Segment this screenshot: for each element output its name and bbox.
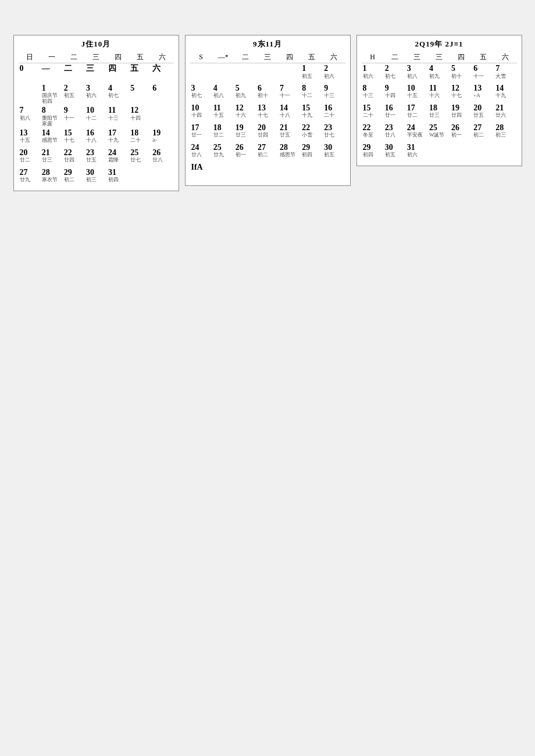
day-cell-0-0: 0 xyxy=(19,63,41,83)
calendar-dec: 2Q19年 2J≡1H二三三四五六1初六2初七3初八4初九5初十6十一7大雪8十… xyxy=(356,35,522,166)
day-lunar: 廿二 xyxy=(20,157,40,163)
day-cell-2-4: 19廿四 xyxy=(450,103,472,123)
day-number: 4 xyxy=(213,84,233,94)
day-number: 17 xyxy=(191,123,211,133)
day-cell-4-5: 29初四 xyxy=(301,142,323,162)
day-cell-0-1 xyxy=(212,63,234,83)
day-cell-1-0: 8十三 xyxy=(362,83,384,103)
day-lunar: 二十 xyxy=(324,113,344,119)
day-cell-3-5: 27初二 xyxy=(472,123,494,142)
day-cell-3-4: 21廿五 xyxy=(279,123,301,142)
calendar-dec-grid: H二三三四五六1初六2初七3初八4初九5初十6十一7大雪8十三9十四10十五11… xyxy=(362,52,517,162)
day-number: 2 xyxy=(64,84,84,94)
day-lunar: 十一 xyxy=(280,93,299,99)
day-lunar: 霜降 xyxy=(108,157,128,163)
day-lunar: 廿五 xyxy=(280,132,299,138)
day-lunar: 初四 xyxy=(363,152,383,158)
day-lunar: 十四 xyxy=(191,113,211,119)
calendar-nov-grid: S—*二三四五六1初五2初六3初七4初八5初九6初十7十一8十二9十三10十四1… xyxy=(190,52,345,182)
day-cell-2-1: 11十五 xyxy=(212,103,234,123)
day-cell-3-3: 20廿四 xyxy=(256,123,279,142)
weekday-header-5: 五 xyxy=(129,52,151,63)
day-number: 13 xyxy=(258,103,277,113)
day-lunar: 廿三 xyxy=(429,113,449,119)
day-lunar: 初五 xyxy=(64,93,84,99)
day-number: 9 xyxy=(324,84,344,94)
day-number: 12 xyxy=(130,106,150,116)
day-number: 22 xyxy=(64,148,84,158)
day-cell-4-2: 31初六 xyxy=(406,142,428,162)
day-cell-1-2: 5初九 xyxy=(234,83,256,103)
day-cell-0-0: 1初六 xyxy=(362,63,384,83)
day-cell-0-5: 1初五 xyxy=(301,63,323,83)
day-lunar: 寒衣节 xyxy=(42,177,62,183)
day-cell-4-0: 20廿二 xyxy=(19,148,41,167)
day-cell-3-5: 18二十 xyxy=(129,128,151,148)
day-lunar: 廿二 xyxy=(407,113,427,119)
day-cell-1-0: 3初七 xyxy=(190,83,212,103)
day-lunar: 平安夜 xyxy=(407,132,427,138)
day-lunar: 冬至 xyxy=(363,132,383,138)
day-cell-0-2: 二 xyxy=(63,63,85,83)
day-number: 31 xyxy=(407,143,427,153)
day-number: 6 xyxy=(152,84,172,94)
day-number: 3 xyxy=(191,84,211,94)
calendar-oct-grid: 日一二三四五六0—二三四五六1国庆节 初四2初五3初六4初七567初八8重阳节 … xyxy=(19,52,174,187)
weekday-header-5: 五 xyxy=(301,52,323,63)
day-lunar: it- xyxy=(152,138,172,144)
day-number: 21 xyxy=(495,103,515,113)
day-number: 27 xyxy=(258,143,277,153)
day-number: 23 xyxy=(324,123,344,133)
day-number: 24 xyxy=(407,123,427,133)
day-cell-4-6 xyxy=(494,142,516,162)
day-lunar: 初六 xyxy=(407,152,427,158)
day-lunar: 十一 xyxy=(64,116,84,121)
day-number: 20 xyxy=(20,148,40,158)
day-cell-0-6: 六 xyxy=(151,63,173,83)
day-number: 9 xyxy=(385,84,405,94)
day-lunar: 感恩节 xyxy=(42,138,62,144)
day-lunar: 廿四 xyxy=(258,132,277,138)
day-number: 11 xyxy=(213,103,233,113)
day-cell-0-1: — xyxy=(41,63,63,83)
day-cell-3-3: 25W誕节 xyxy=(428,123,450,142)
calendars-container: J住10月日一二三四五六0—二三四五六1国庆节 初四2初五3初六4初七567初八… xyxy=(13,35,522,191)
day-number: 28 xyxy=(42,168,62,178)
weekday-header-6: 六 xyxy=(151,52,173,63)
day-number: 25 xyxy=(429,123,449,133)
day-lunar: 十二 xyxy=(86,116,106,121)
day-number: 14 xyxy=(42,128,62,138)
day-number: 1 xyxy=(42,84,62,94)
day-cell-2-5: 20廿五 xyxy=(472,103,494,123)
day-number: 1 xyxy=(302,64,322,74)
weekday-header-2: 三 xyxy=(406,52,428,63)
day-lunar: 初三 xyxy=(86,177,106,183)
day-cell-2-2: 12十六 xyxy=(234,103,256,123)
day-lunar: 十七 xyxy=(258,113,277,119)
day-number: 六 xyxy=(152,64,172,74)
day-number: 4 xyxy=(429,64,449,74)
day-cell-4-1: 21廿三 xyxy=(41,148,63,167)
day-number: 27 xyxy=(473,123,493,133)
day-cell-3-0: 22冬至 xyxy=(362,123,384,142)
day-cell-4-5 xyxy=(472,142,494,162)
day-lunar: 廿七 xyxy=(130,157,150,163)
day-lunar: 十八 xyxy=(86,138,106,144)
day-lunar: +A xyxy=(473,93,493,99)
day-cell-0-0 xyxy=(190,63,212,83)
day-lunar: 十四 xyxy=(385,93,405,99)
day-lunar: 十四 xyxy=(130,116,150,121)
day-number: 30 xyxy=(385,143,405,153)
day-number: 23 xyxy=(385,123,405,133)
day-cell-1-1: 4初八 xyxy=(212,83,234,103)
weekday-header-6: 六 xyxy=(323,52,345,63)
day-cell-3-0: 17廿一 xyxy=(190,123,212,142)
day-number: 10 xyxy=(86,106,106,116)
day-number: 18 xyxy=(213,123,233,133)
day-lunar: 初七 xyxy=(385,74,405,80)
day-cell-5-5 xyxy=(129,167,151,187)
day-cell-1-4: 12十七 xyxy=(450,83,472,103)
day-cell-0-4 xyxy=(279,63,301,83)
day-number: 21 xyxy=(42,148,62,158)
day-number: 11 xyxy=(429,84,449,94)
